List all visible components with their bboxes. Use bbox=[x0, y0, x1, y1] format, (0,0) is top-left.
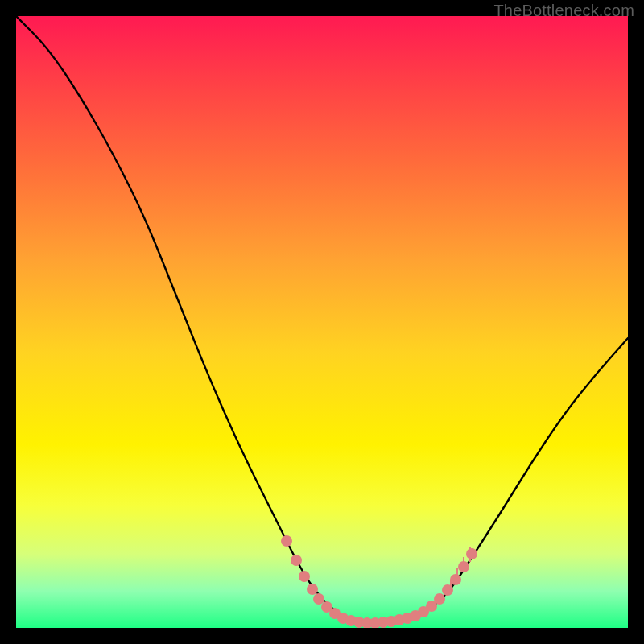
data-point-marker bbox=[466, 548, 477, 559]
plot-area bbox=[16, 16, 628, 628]
data-point-marker bbox=[291, 555, 302, 566]
data-point-marker bbox=[458, 561, 469, 572]
data-point-marker bbox=[307, 584, 318, 595]
chart-frame: TheBottleneck.com bbox=[0, 0, 644, 644]
bottleneck-curve bbox=[16, 16, 628, 624]
data-point-marker bbox=[299, 571, 310, 582]
data-point-marker bbox=[442, 584, 453, 596]
data-point-marker bbox=[313, 593, 324, 605]
chart-svg bbox=[16, 16, 628, 628]
data-point-marker bbox=[281, 535, 292, 547]
data-point-marker bbox=[434, 593, 445, 605]
data-point-marker bbox=[450, 574, 461, 585]
